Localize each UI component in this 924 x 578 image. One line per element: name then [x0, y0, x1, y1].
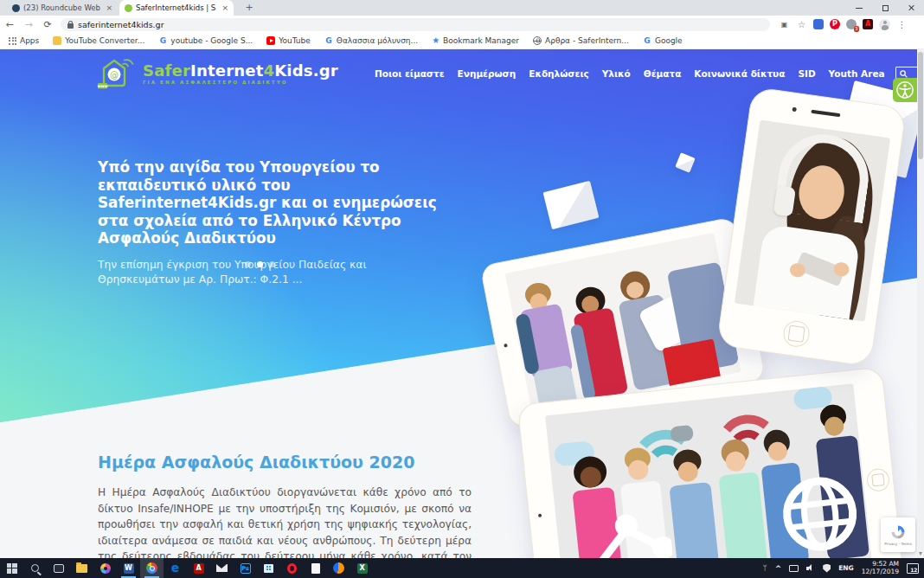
- nav-youth-area[interactable]: Youth Area: [829, 68, 885, 79]
- logo-text: SaferInternet4Kids.gr ΓΙΑ ΕΝΑ ΑΣΦΑΛΕΣΤΕΡ…: [143, 62, 338, 85]
- back-button[interactable]: ←: [0, 19, 19, 30]
- security-shield-icon[interactable]: [823, 564, 831, 573]
- tablet-screen-kids: [545, 383, 874, 558]
- bookmark-item[interactable]: Αρθρα - SaferIntern...: [533, 36, 629, 45]
- taskbar-edge[interactable]: e: [164, 558, 187, 578]
- taskbar-acrobat[interactable]: A: [187, 558, 210, 578]
- https-lock-icon[interactable]: [67, 21, 74, 29]
- task-view-button[interactable]: [47, 558, 70, 578]
- converter-icon: [53, 36, 61, 45]
- accessibility-icon: [895, 80, 914, 100]
- reload-button[interactable]: ⟳: [38, 19, 57, 30]
- logo-safer: Safer: [143, 61, 190, 80]
- action-center-icon[interactable]: 12: [907, 563, 919, 574]
- scrollbar-thumb[interactable]: [918, 52, 923, 159]
- url-text[interactable]: saferinternet4kids.gr: [78, 20, 164, 29]
- close-button[interactable]: [898, 0, 924, 16]
- accessibility-button[interactable]: [893, 78, 917, 102]
- tab-close-icon[interactable]: ×: [106, 3, 112, 12]
- start-button[interactable]: [0, 558, 23, 578]
- taskbar-opera[interactable]: [280, 558, 304, 578]
- section-heading[interactable]: Ημέρα Ασφαλούς Διαδικτύου 2020: [98, 453, 472, 472]
- nav-yliko[interactable]: Υλικό: [602, 68, 631, 79]
- connect-device-icon[interactable]: ᛘ: [763, 564, 767, 572]
- bookmark-item[interactable]: G Θαλασσια μόλυνση...: [324, 36, 418, 45]
- volume-icon[interactable]: [806, 564, 815, 572]
- tab-close-icon[interactable]: ×: [221, 3, 228, 12]
- globe-icon: [533, 36, 542, 45]
- taskbar-notepad[interactable]: [304, 558, 327, 578]
- star-icon: ★: [432, 36, 440, 45]
- bookmark-item[interactable]: YouTube: [266, 36, 311, 45]
- carousel-dot-3[interactable]: [269, 261, 275, 267]
- pinterest-extension-icon[interactable]: P: [830, 19, 840, 29]
- toolbar-icons: ▣ ☆ P 3 A ⋮: [779, 19, 908, 30]
- taskbar-excel[interactable]: X: [350, 558, 374, 578]
- section-paragraph: Η Ημέρα Ασφαλούς Διαδικτύου διοργανώνετα…: [98, 485, 472, 558]
- bookmark-manager[interactable]: ★ Bookmark Manager: [432, 36, 519, 45]
- nav-ekdiloseis[interactable]: Εκδηλώσεις: [529, 68, 588, 79]
- hidden-icons-chevron[interactable]: ^: [775, 564, 782, 573]
- nav-enimerosi[interactable]: Ενημέρωση: [458, 68, 517, 79]
- hero-title: Υπό την αιγίδα του Υπουργείου το εκπαιδε…: [98, 158, 442, 247]
- extension-icon-gray[interactable]: 3: [846, 19, 857, 29]
- bookmark-label: youtube - Google S...: [170, 36, 253, 45]
- bookmark-star-icon[interactable]: ☆: [796, 19, 807, 30]
- maximize-button[interactable]: [872, 0, 898, 16]
- bookmark-label: YouTube Converter...: [65, 36, 144, 45]
- acrobat-extension-icon[interactable]: A: [863, 19, 873, 29]
- taskbar-photoshop[interactable]: Ps: [234, 558, 257, 578]
- bookmark-item[interactable]: G youtube - Google S...: [158, 36, 253, 45]
- carousel-dot-2-active[interactable]: [257, 261, 263, 267]
- minimize-icon: [856, 8, 863, 9]
- minimize-button[interactable]: [846, 0, 872, 16]
- photoshop-icon: Ps: [241, 563, 251, 574]
- page-scrollbar[interactable]: [917, 49, 924, 558]
- new-tab-button[interactable]: +: [242, 2, 256, 14]
- nav-themata[interactable]: Θέματα: [644, 68, 682, 79]
- profile-avatar[interactable]: [879, 19, 890, 30]
- bookmark-label: Google: [655, 36, 683, 45]
- paint-3d[interactable]: [93, 558, 117, 578]
- recaptcha-badge[interactable]: Privacy - Terms: [881, 517, 915, 552]
- nav-poioi-eimaste[interactable]: Ποιοι είμαστε: [375, 68, 445, 79]
- carousel-dot-1[interactable]: [245, 261, 251, 267]
- tab-title: SaferInternet4kids | SaferInterne...: [136, 3, 216, 12]
- hero-copy: Υπό την αιγίδα του Υπουργείου το εκπαιδε…: [98, 158, 442, 287]
- bookmark-item[interactable]: YouTube Converter...: [53, 36, 144, 45]
- taskbar-word[interactable]: W: [117, 558, 140, 578]
- site-nav: Ποιοι είμαστε Ενημέρωση Εκδηλώσεις Υλικό…: [375, 68, 885, 79]
- network-icon[interactable]: [789, 565, 799, 572]
- logo-gr: .gr: [313, 61, 338, 80]
- forward-button[interactable]: →: [19, 19, 38, 30]
- taskbar-clock[interactable]: 9:52 AM 12/17/2019: [862, 561, 899, 575]
- taskbar-chrome-active[interactable]: [140, 558, 164, 578]
- scrollbar-down-arrow[interactable]: [919, 552, 922, 556]
- bookmark-label: Θαλασσια μόλυνση...: [337, 36, 418, 45]
- taskbar-search[interactable]: [23, 558, 47, 578]
- apps-grid-icon: [9, 37, 16, 45]
- address-bar[interactable]: saferinternet4kids.gr: [61, 18, 770, 31]
- tab-saferinternet[interactable]: SaferInternet4kids | SaferInterne... ×: [119, 0, 234, 16]
- page-action-icon[interactable]: ▣: [779, 19, 790, 30]
- language-indicator[interactable]: ENG: [838, 564, 854, 572]
- taskbar-mail[interactable]: [210, 558, 234, 578]
- phone-camera-dot: [792, 107, 797, 112]
- site-logo[interactable]: @ www SaferInternet4Kids.gr ΓΙΑ ΕΝΑ ΑΣΦΑ…: [97, 56, 338, 91]
- file-explorer[interactable]: [70, 558, 93, 578]
- chrome-menu-icon[interactable]: ⋮: [896, 19, 908, 30]
- bookmark-item[interactable]: G Google: [643, 36, 683, 45]
- notification-count: 12: [910, 567, 917, 573]
- tab-roundcube[interactable]: (23) Roundcube Webmail :: Inbox ×: [7, 0, 118, 16]
- nav-sid[interactable]: SID: [798, 68, 815, 79]
- taskbar-firefox[interactable]: [327, 558, 350, 578]
- logo-4: 4: [263, 61, 274, 80]
- article-section: Ημέρα Ασφαλούς Διαδικτύου 2020 Η Ημέρα Α…: [98, 453, 472, 558]
- recaptcha-privacy-terms[interactable]: Privacy - Terms: [884, 542, 912, 546]
- bookmark-apps[interactable]: Apps: [9, 36, 39, 45]
- google-g-icon: G: [643, 36, 651, 45]
- extension-icon-blue[interactable]: [813, 19, 824, 29]
- nav-koinonika-diktya[interactable]: Κοινωνικά δίκτυα: [694, 68, 785, 79]
- microsoft-store[interactable]: [257, 558, 280, 578]
- browser-toolbar: ← → ⟳ saferinternet4kids.gr ▣ ☆ P 3 A ⋮: [0, 16, 924, 33]
